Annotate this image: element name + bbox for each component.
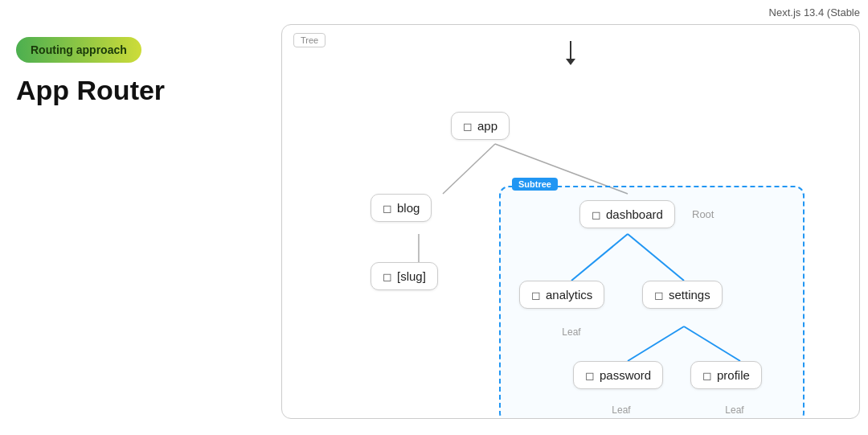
folder-icon-slug: ◻ [383, 270, 392, 283]
routing-badge: Routing approach [16, 37, 141, 63]
folder-icon-analytics: ◻ [531, 289, 541, 302]
svg-line-0 [443, 144, 495, 194]
folder-icon-password: ◻ [585, 369, 595, 382]
folder-icon-dashboard: ◻ [592, 208, 601, 221]
arrow-line [570, 41, 571, 59]
folder-icon-profile: ◻ [702, 369, 712, 382]
version-label: Next.js 13.4 (Stable [769, 6, 860, 18]
tree-label: Tree [293, 33, 326, 47]
left-panel: Routing approach App Router [0, 24, 209, 118]
folder-icon-app: ◻ [463, 120, 473, 133]
profile-leaf-label: Leaf [690, 404, 779, 416]
node-settings: ◻ settings [642, 281, 723, 309]
node-blog: ◻ blog [371, 194, 432, 222]
node-app: ◻ app [451, 112, 510, 140]
diagram-area: App Router Tree ◻ app ◻ blog ◻ [slug [281, 24, 860, 419]
node-profile: ◻ profile [690, 361, 762, 389]
analytics-leaf-label: Leaf [519, 326, 624, 338]
node-password: ◻ password [573, 361, 663, 389]
folder-icon-settings: ◻ [654, 289, 664, 302]
arrow-head [566, 59, 575, 65]
folder-icon-blog: ◻ [383, 202, 392, 215]
page-title: App Router [16, 76, 193, 105]
root-label: Root [692, 208, 714, 220]
node-slug: ◻ [slug] [371, 262, 438, 290]
subtree-label: Subtree [512, 178, 558, 191]
node-analytics: ◻ analytics [519, 281, 604, 309]
node-dashboard: ◻ dashboard [579, 200, 675, 228]
password-leaf-label: Leaf [573, 404, 669, 416]
